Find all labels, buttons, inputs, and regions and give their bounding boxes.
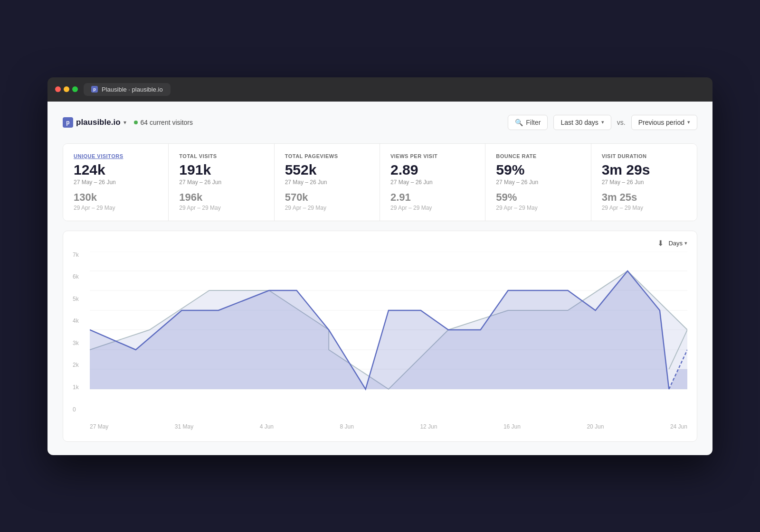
comparison-chevron-icon: ▾ bbox=[687, 119, 690, 125]
stat-value-total-visits: 191k bbox=[179, 163, 263, 177]
stat-card-views-per-visit[interactable]: VIEWS PER VISIT 2.89 27 May – 26 Jun 2.9… bbox=[380, 144, 485, 221]
maximize-button[interactable] bbox=[72, 86, 78, 92]
stat-prev-value-total-visits: 196k bbox=[179, 192, 263, 203]
stat-prev-period-views-per-visit: 29 Apr – 29 May bbox=[390, 205, 475, 211]
chart-y-label: 5k bbox=[73, 296, 86, 302]
chart-x-label: 24 Jun bbox=[670, 423, 687, 430]
logo-area[interactable]: p plausible.io ▾ bbox=[63, 117, 126, 128]
granularity-select[interactable]: Days ▾ bbox=[668, 240, 687, 247]
period-label: Last 30 days bbox=[560, 119, 598, 126]
stat-prev-value-views-per-visit: 2.91 bbox=[390, 192, 475, 203]
stat-card-bounce-rate[interactable]: BOUNCE RATE 59% 27 May – 26 Jun 59% 29 A… bbox=[485, 144, 591, 221]
stat-prev-period-visit-duration: 29 Apr – 29 May bbox=[602, 205, 686, 211]
header-right: 🔍 Filter Last 30 days ▾ vs. Previous per… bbox=[508, 115, 697, 130]
chart-y-label: 6k bbox=[73, 273, 86, 280]
chart-current-fill bbox=[90, 271, 687, 389]
stat-prev-value-visit-duration: 3m 25s bbox=[602, 192, 686, 203]
stat-label-views-per-visit: VIEWS PER VISIT bbox=[390, 153, 475, 159]
tab-favicon: p bbox=[91, 86, 98, 93]
stat-prev-value-unique-visitors: 130k bbox=[74, 192, 158, 203]
chart-y-label: 2k bbox=[73, 362, 86, 368]
stat-value-bounce-rate: 59% bbox=[496, 163, 580, 177]
chart-svg bbox=[90, 252, 687, 413]
traffic-lights bbox=[55, 86, 78, 92]
close-button[interactable] bbox=[55, 86, 61, 92]
granularity-chevron-icon: ▾ bbox=[684, 240, 687, 246]
stat-card-total-pageviews[interactable]: TOTAL PAGEVIEWS 552k 27 May – 26 Jun 570… bbox=[275, 144, 380, 221]
stat-label-unique-visitors[interactable]: UNIQUE VISITORS bbox=[74, 153, 158, 159]
stat-prev-period-total-pageviews: 29 Apr – 29 May bbox=[285, 205, 369, 211]
stat-label-total-pageviews: TOTAL PAGEVIEWS bbox=[285, 153, 369, 159]
granularity-label: Days bbox=[668, 240, 683, 247]
comparison-label: Previous period bbox=[638, 119, 684, 126]
stat-period-bounce-rate: 27 May – 26 Jun bbox=[496, 179, 580, 186]
stat-value-views-per-visit: 2.89 bbox=[390, 163, 475, 177]
stat-prev-period-unique-visitors: 29 Apr – 29 May bbox=[74, 205, 158, 211]
stat-period-total-pageviews: 27 May – 26 Jun bbox=[285, 179, 369, 186]
stats-grid: UNIQUE VISITORS 124k 27 May – 26 Jun 130… bbox=[63, 143, 697, 221]
stat-card-unique-visitors[interactable]: UNIQUE VISITORS 124k 27 May – 26 Jun 130… bbox=[63, 144, 169, 221]
chart-y-label: 3k bbox=[73, 340, 86, 346]
stat-period-visit-duration: 27 May – 26 Jun bbox=[602, 179, 686, 186]
app-header: p plausible.io ▾ 64 current visitors 🔍 F… bbox=[63, 115, 697, 130]
chart-y-label: 1k bbox=[73, 384, 86, 391]
chart-x-label: 4 Jun bbox=[260, 423, 274, 430]
chart-y-label: 7k bbox=[73, 252, 86, 258]
browser-window: p Plausible · plausible.io p plausible.i… bbox=[48, 77, 712, 455]
stat-value-visit-duration: 3m 29s bbox=[602, 163, 686, 177]
browser-tab[interactable]: p Plausible · plausible.io bbox=[84, 83, 171, 96]
chart-y-labels: 01k2k3k4k5k6k7k bbox=[73, 252, 86, 413]
chart-area bbox=[90, 252, 687, 413]
minimize-button[interactable] bbox=[64, 86, 69, 92]
stat-card-visit-duration[interactable]: VISIT DURATION 3m 29s 27 May – 26 Jun 3m… bbox=[591, 144, 697, 221]
logo-chevron-icon: ▾ bbox=[124, 119, 126, 126]
stat-value-unique-visitors: 124k bbox=[74, 163, 158, 177]
period-chevron-icon: ▾ bbox=[601, 119, 604, 125]
stat-label-bounce-rate: BOUNCE RATE bbox=[496, 153, 580, 159]
stat-prev-value-total-pageviews: 570k bbox=[285, 192, 369, 203]
chart-y-label: 4k bbox=[73, 317, 86, 324]
chart-x-labels: 27 May31 May4 Jun8 Jun12 Jun16 Jun20 Jun… bbox=[90, 415, 687, 432]
period-select[interactable]: Last 30 days ▾ bbox=[553, 115, 611, 130]
filter-button[interactable]: 🔍 Filter bbox=[508, 115, 548, 130]
chart-wrapper: 01k2k3k4k5k6k7k bbox=[73, 252, 687, 432]
filter-label: Filter bbox=[526, 119, 541, 126]
chart-x-label: 27 May bbox=[90, 423, 108, 430]
stat-card-total-visits[interactable]: TOTAL VISITS 191k 27 May – 26 Jun 196k 2… bbox=[169, 144, 274, 221]
visitors-badge: 64 current visitors bbox=[134, 119, 193, 126]
stat-value-total-pageviews: 552k bbox=[285, 163, 369, 177]
chart-container: ⬇ Days ▾ 01k2k3k4k5k6k7k bbox=[63, 231, 697, 442]
stat-label-visit-duration: VISIT DURATION bbox=[602, 153, 686, 159]
online-indicator bbox=[134, 121, 138, 124]
stat-period-total-visits: 27 May – 26 Jun bbox=[179, 179, 263, 186]
stat-period-views-per-visit: 27 May – 26 Jun bbox=[390, 179, 475, 186]
chart-x-label: 8 Jun bbox=[340, 423, 354, 430]
visitors-count: 64 current visitors bbox=[141, 119, 193, 126]
chart-x-label: 31 May bbox=[175, 423, 193, 430]
logo-text: plausible.io bbox=[76, 118, 121, 127]
comparison-select[interactable]: Previous period ▾ bbox=[631, 115, 697, 130]
download-icon[interactable]: ⬇ bbox=[657, 239, 664, 248]
search-icon: 🔍 bbox=[515, 119, 523, 126]
stat-period-unique-visitors: 27 May – 26 Jun bbox=[74, 179, 158, 186]
stat-label-total-visits: TOTAL VISITS bbox=[179, 153, 263, 159]
chart-toolbar: ⬇ Days ▾ bbox=[73, 239, 687, 248]
vs-text: vs. bbox=[617, 119, 626, 126]
browser-chrome: p Plausible · plausible.io bbox=[48, 77, 712, 102]
chart-x-label: 20 Jun bbox=[587, 423, 604, 430]
chart-x-label: 12 Jun bbox=[420, 423, 437, 430]
app-content: p plausible.io ▾ 64 current visitors 🔍 F… bbox=[48, 102, 712, 455]
tab-label: Plausible · plausible.io bbox=[102, 86, 163, 93]
stat-prev-period-bounce-rate: 29 Apr – 29 May bbox=[496, 205, 580, 211]
stat-prev-value-bounce-rate: 59% bbox=[496, 192, 580, 203]
logo-icon: p bbox=[63, 117, 73, 128]
stat-prev-period-total-visits: 29 Apr – 29 May bbox=[179, 205, 263, 211]
chart-x-label: 16 Jun bbox=[504, 423, 521, 430]
chart-y-label: 0 bbox=[73, 406, 86, 413]
